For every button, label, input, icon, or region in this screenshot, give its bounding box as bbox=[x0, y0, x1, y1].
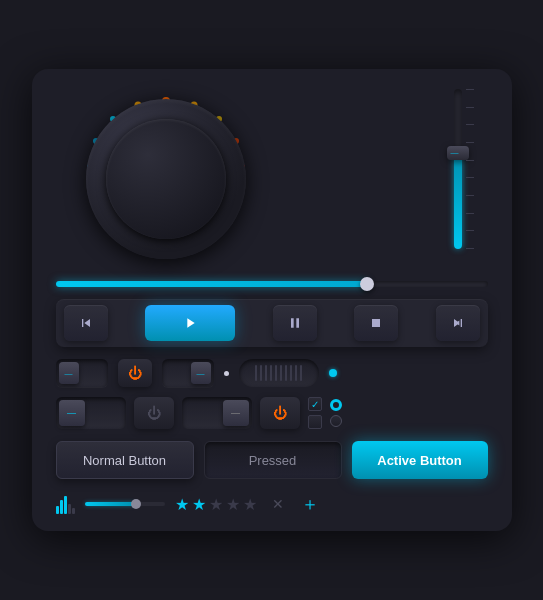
v-slider-ticks bbox=[466, 89, 474, 249]
toggle-2[interactable]: — bbox=[162, 359, 214, 387]
ridge bbox=[285, 365, 287, 381]
mini-volume-thumb[interactable] bbox=[131, 499, 141, 509]
radio-item-1[interactable] bbox=[330, 399, 342, 411]
wide-toggle-2[interactable]: — bbox=[182, 397, 252, 429]
toggle-row-2: — ⏻ — ⏻ bbox=[56, 397, 488, 429]
rotary-ridges bbox=[239, 359, 319, 387]
mini-volume-slider[interactable] bbox=[85, 502, 165, 506]
close-icon-btn[interactable]: ✕ bbox=[267, 493, 289, 515]
h-slider-fill bbox=[56, 281, 367, 287]
star-4[interactable]: ★ bbox=[226, 495, 240, 514]
mini-volume-fill bbox=[85, 502, 135, 506]
transport-controls bbox=[56, 299, 488, 347]
ridge bbox=[290, 365, 292, 381]
eq-bar-3 bbox=[64, 496, 67, 514]
volume-knob[interactable] bbox=[86, 99, 246, 259]
toggle-row-1: — ⏻ — bbox=[56, 359, 488, 387]
add-icon-btn[interactable]: ＋ bbox=[299, 493, 321, 515]
mini-eq-bars bbox=[56, 494, 75, 514]
v-slider-track bbox=[454, 89, 462, 249]
ridge bbox=[270, 365, 272, 381]
power-icon-2: ⏻ bbox=[147, 405, 161, 421]
v-slider-fill bbox=[454, 153, 462, 249]
pressed-button-label: Pressed bbox=[249, 453, 297, 468]
pressed-button[interactable]: Pressed bbox=[204, 441, 342, 479]
pause-icon bbox=[287, 315, 303, 331]
star-2[interactable]: ★ bbox=[192, 495, 206, 514]
ridge bbox=[280, 365, 282, 381]
checkbox-item-2[interactable] bbox=[308, 415, 322, 429]
star-rating[interactable]: ★ ★ ★ ★ ★ bbox=[175, 495, 257, 514]
stop-button[interactable] bbox=[354, 305, 398, 341]
star-3[interactable]: ★ bbox=[209, 495, 223, 514]
eq-bar-2 bbox=[60, 500, 63, 514]
ridge bbox=[255, 365, 257, 381]
toggle-1-indicator: — bbox=[65, 369, 73, 378]
prev-icon bbox=[78, 315, 94, 331]
ridge bbox=[275, 365, 277, 381]
radio-item-2[interactable] bbox=[330, 415, 342, 427]
toggle-2-indicator: — bbox=[197, 369, 205, 378]
star-5[interactable]: ★ bbox=[243, 495, 257, 514]
ridge bbox=[295, 365, 297, 381]
eq-bar-1 bbox=[56, 506, 59, 514]
wide-handle-1: — bbox=[59, 400, 85, 426]
checkbox-item-1[interactable] bbox=[308, 397, 322, 411]
play-icon bbox=[182, 315, 198, 331]
wide-handle-2: — bbox=[223, 400, 249, 426]
ridge bbox=[260, 365, 262, 381]
dot-1 bbox=[224, 371, 229, 376]
stop-icon bbox=[368, 315, 384, 331]
power-button-3[interactable]: ⏻ bbox=[260, 397, 300, 429]
buttons-row: Normal Button Pressed Active Button bbox=[56, 441, 488, 479]
wide-indicator-1: — bbox=[67, 408, 76, 418]
radio-group bbox=[330, 399, 342, 427]
active-button[interactable]: Active Button bbox=[352, 441, 488, 479]
toggle-1-handle: — bbox=[59, 362, 79, 384]
main-panel: — ⏻ — bbox=[32, 69, 512, 531]
toggle-2-handle: — bbox=[191, 362, 211, 384]
checkbox-group bbox=[308, 397, 322, 429]
power-icon-1: ⏻ bbox=[128, 365, 142, 381]
toggle-1[interactable]: — bbox=[56, 359, 108, 387]
next-button[interactable] bbox=[436, 305, 480, 341]
active-button-label: Active Button bbox=[377, 453, 462, 468]
eq-bar-5 bbox=[72, 508, 75, 514]
checkbox-1[interactable] bbox=[308, 397, 322, 411]
prev-button[interactable] bbox=[64, 305, 108, 341]
checkbox-2[interactable] bbox=[308, 415, 322, 429]
top-section bbox=[56, 89, 488, 269]
rotary-knob[interactable] bbox=[239, 359, 319, 387]
wide-indicator-2: — bbox=[231, 408, 240, 418]
power-button-1[interactable]: ⏻ bbox=[118, 359, 152, 387]
radio-2[interactable] bbox=[330, 415, 342, 427]
wide-toggle-1[interactable]: — bbox=[56, 397, 126, 429]
normal-button-label: Normal Button bbox=[83, 453, 166, 468]
power-icon-3: ⏻ bbox=[273, 405, 287, 421]
horizontal-slider-row bbox=[56, 281, 488, 287]
next-icon bbox=[450, 315, 466, 331]
h-slider-track[interactable] bbox=[56, 281, 488, 287]
bottom-row: ★ ★ ★ ★ ★ ✕ ＋ bbox=[56, 493, 488, 515]
pause-button[interactable] bbox=[273, 305, 317, 341]
h-slider-thumb[interactable] bbox=[360, 277, 374, 291]
dot-2 bbox=[329, 369, 337, 377]
ridge bbox=[265, 365, 267, 381]
vertical-slider[interactable] bbox=[428, 89, 488, 269]
ridge bbox=[300, 365, 302, 381]
knob-area[interactable] bbox=[56, 89, 276, 269]
radio-1[interactable] bbox=[330, 399, 342, 411]
star-1[interactable]: ★ bbox=[175, 495, 189, 514]
eq-bar-4 bbox=[68, 504, 71, 514]
play-button[interactable] bbox=[145, 305, 235, 341]
knob-inner bbox=[106, 119, 226, 239]
normal-button[interactable]: Normal Button bbox=[56, 441, 194, 479]
power-button-2[interactable]: ⏻ bbox=[134, 397, 174, 429]
